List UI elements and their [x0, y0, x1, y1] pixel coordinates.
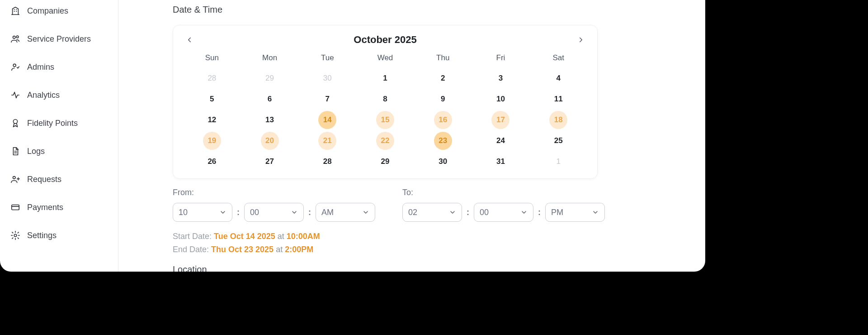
start-time-value: 10:00AM: [287, 232, 320, 241]
sidebar-item-requests[interactable]: Requests: [0, 171, 118, 187]
time-separator: :: [237, 208, 240, 217]
calendar-day[interactable]: 9: [414, 89, 472, 110]
calendar-prev-button[interactable]: [183, 34, 196, 46]
calendar-day[interactable]: 31: [472, 151, 530, 172]
building-icon: [10, 5, 21, 16]
sidebar-item-label: Payments: [27, 203, 63, 212]
calendar-day[interactable]: 17: [472, 110, 530, 130]
calendar-day[interactable]: 29: [241, 68, 299, 89]
from-hour-select[interactable]: 10: [173, 203, 232, 222]
calendar-day[interactable]: 16: [414, 110, 472, 130]
start-date-label: Start Date:: [173, 232, 214, 241]
activity-icon: [10, 90, 21, 100]
sidebar-item-logs[interactable]: Logs: [0, 143, 118, 159]
calendar-day[interactable]: 21: [298, 130, 356, 151]
calendar-day[interactable]: 6: [241, 89, 299, 110]
calendar-day[interactable]: 12: [183, 110, 241, 130]
to-minute-select[interactable]: 00: [474, 203, 533, 222]
calendar-day[interactable]: 1: [529, 151, 587, 172]
calendar-day[interactable]: 4: [529, 68, 587, 89]
to-minute-value: 00: [480, 208, 489, 217]
calendar-next-button[interactable]: [575, 34, 587, 46]
section-title-date-time: Date & Time: [173, 5, 687, 15]
users-icon: [10, 34, 21, 44]
user-plus-icon: [10, 174, 21, 185]
svg-point-1: [16, 36, 19, 38]
weekday-label: Mon: [241, 51, 299, 68]
time-separator: :: [467, 208, 469, 217]
sidebar-item-fidelity-points[interactable]: Fidelity Points: [0, 115, 118, 131]
sidebar-item-settings[interactable]: Settings: [0, 227, 118, 244]
calendar-day[interactable]: 20: [241, 130, 299, 151]
sidebar-item-label: Analytics: [27, 91, 60, 100]
date-summary: Start Date: Tue Oct 14 2025 at 10:00AM E…: [173, 230, 687, 256]
credit-card-icon: [10, 202, 21, 213]
calendar-body: 2829301234567891011121314151617181920212…: [183, 68, 587, 172]
sidebar-item-payments[interactable]: Payments: [0, 199, 118, 215]
from-minute-value: 00: [250, 208, 259, 217]
calendar-weekdays: Sun Mon Tue Wed Thu Fri Sat: [183, 51, 587, 68]
chevron-down-icon: [219, 209, 226, 216]
end-date-label: End Date:: [173, 245, 211, 254]
calendar-day[interactable]: 7: [298, 89, 356, 110]
start-date-value: Tue Oct 14 2025: [214, 232, 275, 241]
calendar-day[interactable]: 18: [529, 110, 587, 130]
svg-point-2: [13, 64, 16, 67]
calendar-day[interactable]: 15: [356, 110, 414, 130]
from-period-select[interactable]: AM: [316, 203, 375, 222]
calendar-day[interactable]: 30: [414, 151, 472, 172]
time-separator: :: [538, 208, 541, 217]
weekday-label: Tue: [298, 51, 356, 68]
weekday-label: Sat: [529, 51, 587, 68]
calendar-day[interactable]: 22: [356, 130, 414, 151]
calendar-day[interactable]: 3: [472, 68, 530, 89]
weekday-label: Wed: [356, 51, 414, 68]
sidebar-item-companies[interactable]: Companies: [0, 3, 118, 19]
time-to-group: To: 02 : 00 : PM: [402, 188, 605, 222]
to-period-select[interactable]: PM: [545, 203, 605, 222]
calendar-day[interactable]: 26: [183, 151, 241, 172]
svg-point-0: [13, 36, 16, 39]
calendar-day[interactable]: 24: [472, 130, 530, 151]
calendar-day[interactable]: 27: [241, 151, 299, 172]
calendar-day[interactable]: 19: [183, 130, 241, 151]
time-to-label: To:: [402, 188, 605, 197]
calendar-day[interactable]: 23: [414, 130, 472, 151]
calendar-day[interactable]: 2: [414, 68, 472, 89]
calendar-day[interactable]: 30: [298, 68, 356, 89]
svg-point-3: [13, 120, 17, 124]
calendar-day[interactable]: 10: [472, 89, 530, 110]
sidebar-item-label: Service Providers: [27, 34, 91, 44]
calendar-day[interactable]: 25: [529, 130, 587, 151]
calendar-day[interactable]: 1: [356, 68, 414, 89]
calendar-day[interactable]: 14: [298, 110, 356, 130]
weekday-label: Thu: [414, 51, 472, 68]
main-content: Date & Time October 2025 Sun Mon Tue Wed…: [118, 0, 705, 272]
sidebar-item-label: Requests: [27, 175, 61, 184]
weekday-label: Fri: [472, 51, 530, 68]
end-date-value: Thu Oct 23 2025: [211, 245, 274, 254]
section-title-location: Location: [173, 264, 687, 272]
calendar-day[interactable]: 13: [241, 110, 299, 130]
calendar-day[interactable]: 8: [356, 89, 414, 110]
sidebar-item-admins[interactable]: Admins: [0, 59, 118, 75]
svg-point-4: [13, 177, 16, 179]
calendar-day[interactable]: 28: [298, 151, 356, 172]
calendar-day[interactable]: 29: [356, 151, 414, 172]
from-minute-select[interactable]: 00: [244, 203, 304, 222]
sidebar-item-label: Admins: [27, 62, 54, 72]
sidebar-item-analytics[interactable]: Analytics: [0, 87, 118, 103]
from-hour-value: 10: [179, 208, 188, 217]
calendar-day[interactable]: 5: [183, 89, 241, 110]
chevron-left-icon: [185, 36, 193, 44]
to-hour-select[interactable]: 02: [402, 203, 462, 222]
sidebar-item-label: Settings: [27, 231, 57, 240]
sidebar: Companies Service Providers Admins Analy…: [0, 0, 118, 272]
sidebar-item-label: Logs: [27, 147, 45, 156]
to-hour-value: 02: [408, 208, 417, 217]
time-separator: :: [308, 208, 311, 217]
calendar-day[interactable]: 28: [183, 68, 241, 89]
calendar-day[interactable]: 11: [529, 89, 587, 110]
sidebar-item-service-providers[interactable]: Service Providers: [0, 31, 118, 47]
award-icon: [10, 118, 21, 129]
